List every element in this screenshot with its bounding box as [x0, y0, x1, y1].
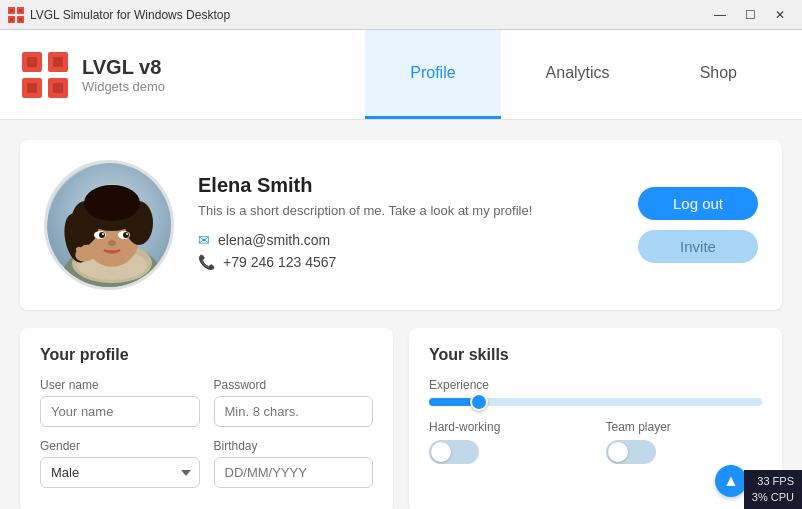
password-group: Password	[214, 378, 374, 427]
gender-select[interactable]: Male Female Other	[40, 457, 200, 488]
hardworking-toggle[interactable]	[429, 440, 479, 464]
svg-rect-7	[19, 18, 22, 21]
window-content: LVGL v8 Widgets demo Profile Analytics S…	[0, 30, 802, 509]
nav-tabs: Profile Analytics Shop	[365, 30, 782, 119]
svg-point-34	[108, 240, 116, 246]
logo-title: LVGL v8	[82, 56, 165, 79]
svg-rect-15	[53, 83, 63, 93]
profile-actions: Log out Invite	[638, 187, 758, 263]
titlebar-controls: — ☐ ✕	[706, 5, 794, 25]
email-text: elena@smith.com	[218, 232, 330, 248]
svg-rect-5	[19, 9, 22, 12]
hardworking-knob	[431, 442, 451, 462]
close-button[interactable]: ✕	[766, 5, 794, 25]
app-icon	[8, 7, 24, 23]
tab-shop[interactable]: Shop	[655, 30, 782, 119]
gender-label: Gender	[40, 439, 200, 453]
logo-text-area: LVGL v8 Widgets demo	[82, 56, 165, 94]
team-player-label: Team player	[606, 420, 763, 434]
maximize-button[interactable]: ☐	[736, 5, 764, 25]
svg-rect-13	[53, 57, 63, 67]
your-skills-title: Your skills	[429, 346, 762, 364]
your-profile-card: Your profile User name Password Gender	[20, 328, 393, 509]
name-password-row: User name Password	[40, 378, 373, 427]
phone-icon: 📞	[198, 254, 215, 270]
fps-overlay: 33 FPS 3% CPU	[744, 470, 802, 509]
birthday-group: Birthday	[214, 439, 374, 488]
titlebar-title: LVGL Simulator for Windows Desktop	[30, 8, 706, 22]
your-profile-title: Your profile	[40, 346, 373, 364]
cpu-value: 3% CPU	[752, 490, 794, 505]
scroll-up-button[interactable]: ▲	[715, 465, 747, 497]
username-input[interactable]	[40, 396, 200, 427]
team-player-group: Team player	[606, 420, 763, 464]
main-body: Elena Smith This is a short description …	[0, 120, 802, 509]
logo-icon	[20, 50, 70, 100]
team-player-toggle[interactable]	[606, 440, 656, 464]
svg-rect-4	[10, 9, 13, 12]
gender-group: Gender Male Female Other	[40, 439, 200, 488]
header: LVGL v8 Widgets demo Profile Analytics S…	[0, 30, 802, 120]
minimize-button[interactable]: —	[706, 5, 734, 25]
avatar	[44, 160, 174, 290]
profile-description: This is a short description of me. Take …	[198, 203, 614, 218]
birthday-label: Birthday	[214, 439, 374, 453]
fps-value: 33 FPS	[752, 474, 794, 489]
svg-point-26	[84, 185, 140, 221]
birthday-input[interactable]	[214, 457, 374, 488]
svg-rect-6	[10, 18, 13, 21]
svg-rect-12	[27, 57, 37, 67]
logo-subtitle: Widgets demo	[82, 79, 165, 94]
profile-name: Elena Smith	[198, 174, 614, 197]
svg-point-31	[123, 232, 129, 238]
password-input[interactable]	[214, 396, 374, 427]
svg-point-30	[99, 232, 105, 238]
profile-info: Elena Smith This is a short description …	[198, 174, 614, 276]
hardworking-label: Hard-working	[429, 420, 586, 434]
profile-card: Elena Smith This is a short description …	[20, 140, 782, 310]
gender-birthday-row: Gender Male Female Other Birthday	[40, 439, 373, 488]
phone-row: 📞 +79 246 123 4567	[198, 254, 614, 270]
experience-slider[interactable]	[429, 398, 762, 406]
svg-rect-14	[27, 83, 37, 93]
experience-thumb[interactable]	[470, 393, 488, 411]
tab-analytics[interactable]: Analytics	[501, 30, 655, 119]
password-label: Password	[214, 378, 374, 392]
cards-row: Your profile User name Password Gender	[20, 328, 782, 509]
email-icon: ✉	[198, 232, 210, 248]
titlebar: LVGL Simulator for Windows Desktop — ☐ ✕	[0, 0, 802, 30]
team-player-knob	[608, 442, 628, 462]
svg-point-32	[102, 233, 104, 235]
tab-profile[interactable]: Profile	[365, 30, 500, 119]
logo-area: LVGL v8 Widgets demo	[20, 50, 165, 100]
username-label: User name	[40, 378, 200, 392]
hardworking-group: Hard-working	[429, 420, 586, 464]
invite-button[interactable]: Invite	[638, 230, 758, 263]
phone-text: +79 246 123 4567	[223, 254, 336, 270]
email-row: ✉ elena@smith.com	[198, 232, 614, 248]
logout-button[interactable]: Log out	[638, 187, 758, 220]
svg-point-33	[126, 233, 128, 235]
username-group: User name	[40, 378, 200, 427]
experience-label: Experience	[429, 378, 762, 392]
toggles-row: Hard-working Team player	[429, 420, 762, 464]
